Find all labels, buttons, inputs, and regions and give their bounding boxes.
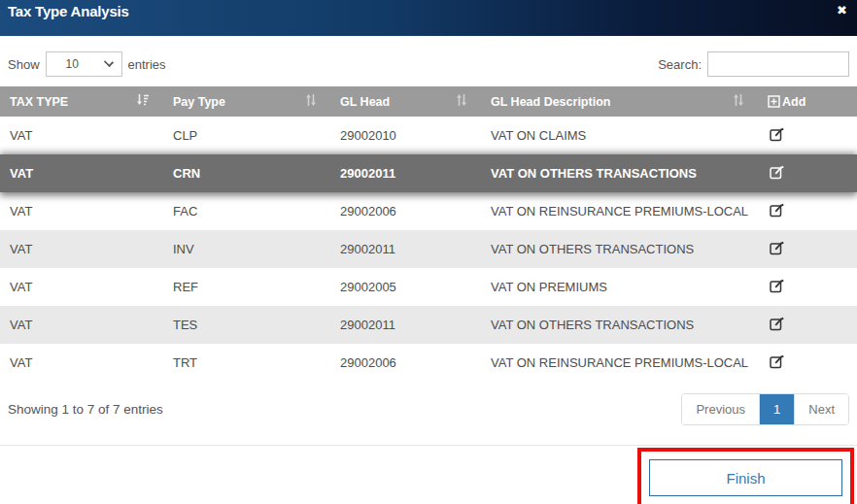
cell-gl-head: 29002011 [330, 154, 481, 192]
column-header-label: Pay Type [173, 95, 225, 109]
finish-area: Finish [0, 446, 857, 504]
column-header-label: TAX TYPE [10, 95, 68, 109]
cell-gl-head-description: VAT ON OTHERS TRANSACTIONS [481, 230, 758, 268]
next-page-button[interactable]: Next [795, 394, 848, 424]
entries-label: entries [128, 57, 166, 72]
plus-square-icon [768, 95, 780, 108]
cell-gl-head-description: VAT ON REINSURANCE PREMIUMS-LOCAL [481, 192, 758, 230]
table-row[interactable]: VAT TRT 29002006 VAT ON REINSURANCE PREM… [0, 344, 857, 382]
finish-button[interactable]: Finish [649, 459, 842, 496]
edit-icon[interactable] [770, 354, 784, 369]
cell-pay-type: FAC [163, 192, 330, 230]
cell-pay-type: CLP [163, 117, 330, 154]
table-body: VAT CLP 29002010 VAT ON CLAIMS VAT CRN 2… [0, 117, 857, 382]
cell-add [758, 192, 857, 230]
cell-gl-head-description: VAT ON OTHERS TRANSACTIONS [481, 306, 758, 344]
cell-add [758, 344, 857, 382]
cell-gl-head: 29002011 [330, 230, 481, 268]
cell-pay-type: REF [163, 268, 330, 306]
table-row[interactable]: VAT CLP 29002010 VAT ON CLAIMS [0, 117, 857, 154]
edit-icon[interactable] [770, 165, 784, 180]
page-length-select[interactable]: 10 [47, 52, 121, 76]
cell-gl-head: 29002006 [330, 344, 481, 382]
column-header-tax-type[interactable]: TAX TYPE [0, 86, 163, 117]
cell-tax-type: VAT [0, 306, 163, 344]
table-row[interactable]: VAT CRN 29002011 VAT ON OTHERS TRANSACTI… [0, 154, 857, 192]
tax-type-table: TAX TYPE Pay Type GL Head [0, 86, 857, 382]
cell-tax-type: VAT [0, 154, 163, 192]
page-length-control: Show 10 entries [8, 51, 166, 77]
modal-header: Tax Type Analysis ✖ [0, 0, 857, 36]
cell-tax-type: VAT [0, 344, 163, 382]
cell-pay-type: TRT [163, 344, 330, 382]
sort-both-icon [305, 93, 317, 110]
search-input[interactable] [707, 51, 849, 77]
show-label: Show [8, 57, 40, 72]
column-header-add[interactable]: Add [758, 86, 857, 117]
search-control: Search: [658, 51, 849, 77]
cell-tax-type: VAT [0, 230, 163, 268]
sort-both-icon [456, 93, 467, 110]
cell-gl-head-description: VAT ON OTHERS TRANSACTIONS [481, 154, 758, 192]
cell-gl-head-description: VAT ON CLAIMS [481, 117, 758, 154]
search-label: Search: [658, 57, 702, 72]
page-length-select-box: 10 [46, 51, 122, 77]
table-row[interactable]: VAT FAC 29002006 VAT ON REINSURANCE PREM… [0, 192, 857, 230]
table-header-row: TAX TYPE Pay Type GL Head [0, 86, 857, 117]
column-header-label: Add [782, 95, 806, 109]
table-footer: Showing 1 to 7 of 7 entries Previous 1 N… [0, 382, 857, 425]
sort-both-icon [733, 93, 744, 110]
table-row[interactable]: VAT REF 29002005 VAT ON PREMIUMS [0, 268, 857, 306]
table-row[interactable]: VAT TES 29002011 VAT ON OTHERS TRANSACTI… [0, 306, 857, 344]
cell-gl-head-description: VAT ON PREMIUMS [481, 268, 758, 306]
annotation-highlight: Finish [637, 448, 854, 504]
column-header-pay-type[interactable]: Pay Type [163, 86, 330, 117]
edit-icon[interactable] [770, 127, 784, 142]
cell-gl-head: 29002006 [330, 192, 481, 230]
cell-add [758, 306, 857, 344]
cell-add [758, 268, 857, 306]
table-info: Showing 1 to 7 of 7 entries [8, 402, 163, 417]
cell-pay-type: TES [163, 306, 330, 344]
cell-add [758, 154, 857, 192]
edit-icon[interactable] [770, 203, 784, 218]
cell-pay-type: CRN [163, 154, 330, 192]
pagination: Previous 1 Next [681, 393, 849, 425]
cell-pay-type: INV [163, 230, 330, 268]
cell-gl-head: 29002011 [330, 306, 481, 344]
cell-add [758, 230, 857, 268]
column-header-gl-head[interactable]: GL Head [330, 86, 481, 117]
column-header-gl-head-description[interactable]: GL Head Description [481, 86, 758, 117]
modal-title: Tax Type Analysis [8, 3, 129, 19]
table-controls: Show 10 entries Search: [0, 36, 857, 86]
column-header-label: GL Head [340, 95, 390, 109]
cell-gl-head-description: VAT ON REINSURANCE PREMIUMS-LOCAL [481, 344, 758, 382]
cell-tax-type: VAT [0, 268, 163, 306]
edit-icon[interactable] [770, 317, 784, 331]
column-header-label: GL Head Description [491, 95, 610, 109]
edit-icon[interactable] [770, 279, 784, 293]
close-icon[interactable]: ✖ [837, 3, 847, 18]
cell-tax-type: VAT [0, 117, 163, 154]
previous-page-button[interactable]: Previous [682, 394, 760, 424]
edit-icon[interactable] [770, 241, 784, 255]
table-row[interactable]: VAT INV 29002011 VAT ON OTHERS TRANSACTI… [0, 230, 857, 268]
cell-add [758, 117, 857, 154]
page-1-button[interactable]: 1 [760, 394, 795, 424]
cell-gl-head: 29002005 [330, 268, 481, 306]
cell-tax-type: VAT [0, 192, 163, 230]
cell-gl-head: 29002010 [330, 117, 481, 154]
sort-amount-desc-icon [136, 93, 150, 110]
